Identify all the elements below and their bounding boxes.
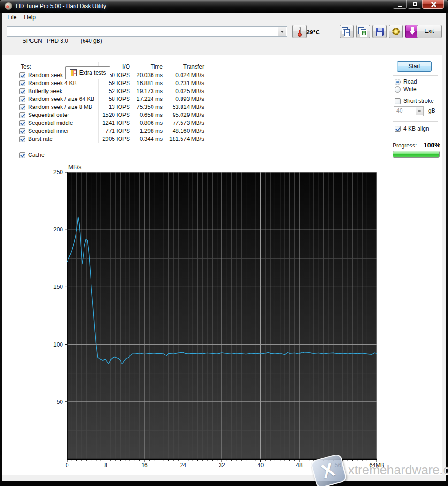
table-row: Burst rate2905 IOPS0.344 ms181.574 MB/s — [17, 135, 207, 143]
read-radio[interactable]: Read — [395, 78, 417, 85]
test-table: TestI/OTimeTransferRandom seek50 IOPS20.… — [17, 62, 207, 143]
chevron-down-icon[interactable] — [278, 27, 286, 36]
column-header-transfer: Transfer — [166, 62, 207, 71]
toolbar: SPCCN PHD 3.0 (640 gB) 29°C Exit — [2, 23, 446, 42]
transfer-value: 95.029 MB/s — [166, 111, 207, 119]
progress-bar-fill — [393, 151, 439, 157]
test-checkbox[interactable] — [19, 72, 25, 78]
window-title: HD Tune Pro 5.00 - Hard Disk Utility — [16, 3, 106, 9]
options-icon — [389, 25, 402, 38]
cache-label: Cache — [28, 152, 45, 158]
io-value: 58 IOPS — [98, 95, 133, 103]
test-name: Burst rate — [28, 135, 53, 143]
write-radio[interactable]: Write — [395, 86, 417, 93]
transfer-value: 0.231 MB/s — [166, 79, 207, 87]
menu-bar: FileHelp — [2, 13, 446, 23]
maximize-icon — [413, 2, 417, 6]
checkbox-icon — [395, 126, 401, 132]
copy-text-button[interactable] — [340, 25, 354, 38]
test-checkbox[interactable] — [19, 104, 25, 110]
drive-select-value: SPCCN PHD 3.0 (640 gB) — [23, 38, 102, 44]
transfer-value: 181.574 MB/s — [166, 135, 207, 143]
test-name: Random seek / size 8 MB — [28, 103, 92, 111]
transfer-value: 0.025 MB/s — [166, 87, 207, 95]
test-name: Random seek / size 64 KB — [28, 95, 94, 103]
progress-label: Progress: — [393, 142, 417, 149]
temperature-button[interactable] — [292, 25, 307, 38]
table-header-row: TestI/OTimeTransfer — [17, 62, 207, 71]
io-value: 13 IOPS — [98, 103, 133, 111]
time-value: 17.224 ms — [133, 95, 166, 103]
start-button[interactable]: Start — [397, 61, 432, 72]
checkbox-icon — [19, 152, 25, 158]
short-stroke-size-value: 40 — [396, 108, 402, 114]
close-button[interactable] — [422, 0, 444, 9]
test-checkbox[interactable] — [19, 96, 25, 102]
short-stroke-unit-label: gB — [428, 108, 435, 114]
transfer-value: 0.893 MB/s — [166, 95, 207, 103]
save-icon — [373, 25, 386, 38]
panel-divider — [387, 59, 387, 214]
test-checkbox[interactable] — [19, 120, 25, 126]
table-row: Sequential outer1520 IOPS0.658 ms95.029 … — [17, 111, 207, 119]
menu-item-file[interactable]: File — [4, 13, 20, 21]
table-row: Random seek / size 64 KB58 IOPS17.224 ms… — [17, 95, 207, 103]
time-value: 0.658 ms — [133, 111, 166, 119]
column-header-time: Time — [133, 62, 166, 71]
4kb-align-checkbox[interactable]: 4 KB align — [395, 125, 429, 132]
app-window: HD Tune Pro 5.00 - Hard Disk Utility Fil… — [0, 0, 448, 486]
progress-bar — [393, 151, 440, 158]
radio-icon — [395, 86, 401, 93]
test-name: Sequential outer — [28, 111, 69, 119]
save-button[interactable] — [372, 25, 387, 38]
app-icon — [5, 2, 12, 10]
exit-button[interactable]: Exit — [417, 25, 442, 38]
menu-item-help[interactable]: Help — [20, 13, 39, 21]
drive-select[interactable]: SPCCN PHD 3.0 (640 gB) — [7, 26, 287, 37]
minimize-button[interactable] — [393, 0, 407, 9]
maximize-button[interactable] — [408, 0, 421, 9]
transfer-value: 48.160 MB/s — [166, 127, 207, 135]
table-row: Sequential inner771 IOPS1.298 ms48.160 M… — [17, 127, 207, 135]
temperature-value: 29°C — [306, 29, 320, 36]
io-value: 1241 IOPS — [98, 119, 133, 127]
table-row: Butterfly seek52 IOPS19.173 ms0.025 MB/s — [17, 87, 207, 95]
test-checkbox[interactable] — [19, 128, 25, 134]
test-name: Sequential inner — [28, 127, 69, 135]
radio-icon — [395, 79, 401, 85]
io-value: 2905 IOPS — [98, 135, 133, 143]
options-button[interactable] — [389, 25, 403, 38]
read-radio-label: Read — [403, 78, 417, 85]
progress-value: 100% — [424, 141, 440, 149]
short-stroke-label: Short stroke — [403, 98, 434, 104]
time-value: 0.344 ms — [133, 135, 166, 143]
short-stroke-size-stepper[interactable]: 40 — [394, 106, 424, 116]
copy-image-button[interactable] — [356, 25, 370, 38]
time-value: 19.173 ms — [133, 87, 166, 95]
short-stroke-checkbox[interactable]: Short stroke — [395, 98, 434, 104]
time-value: 1.298 ms — [133, 127, 166, 135]
test-name: Random seek 4 KB — [28, 79, 76, 87]
4kb-align-label: 4 KB align — [403, 125, 429, 132]
table-row: Random seek 4 KB59 IOPS16.881 ms0.231 MB… — [17, 79, 207, 87]
cache-checkbox[interactable]: Cache — [19, 152, 45, 158]
transfer-value: 0.024 MB/s — [166, 71, 207, 79]
time-value: 16.881 ms — [133, 79, 166, 87]
stepper-arrows-icon[interactable] — [416, 107, 423, 115]
test-name: Butterfly seek — [28, 87, 62, 95]
test-checkbox[interactable] — [19, 88, 25, 94]
tab-extra-tests[interactable]: Extra tests — [65, 66, 111, 79]
io-value: 59 IOPS — [98, 79, 133, 87]
time-value: 0.806 ms — [133, 119, 166, 127]
extra-tests-icon — [70, 69, 77, 76]
watermark-text: xtremehardware.com — [348, 463, 448, 478]
io-value: 52 IOPS — [98, 87, 133, 95]
test-checkbox[interactable] — [19, 136, 25, 142]
transfer-value: 53.814 MB/s — [166, 103, 207, 111]
test-checkbox[interactable] — [19, 80, 25, 86]
transfer-value: 77.573 MB/s — [166, 119, 207, 127]
exit-button-label: Exit — [425, 28, 434, 34]
title-bar[interactable]: HD Tune Pro 5.00 - Hard Disk Utility — [0, 0, 448, 13]
table-row: Random seek / size 8 MB13 IOPS75.350 ms5… — [17, 103, 207, 111]
test-checkbox[interactable] — [19, 112, 25, 118]
